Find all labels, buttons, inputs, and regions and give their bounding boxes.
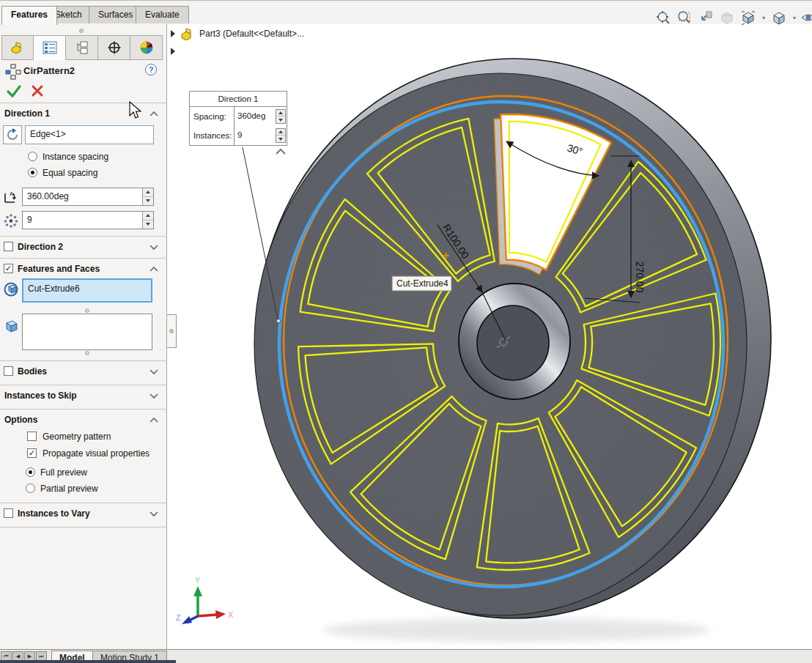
pattern-axis-selector-button[interactable] bbox=[3, 125, 22, 144]
list-resize-handle[interactable] bbox=[85, 308, 89, 313]
tab-evaluate[interactable]: Evaluate bbox=[136, 6, 189, 23]
callout-instances-label: Instances: bbox=[193, 131, 232, 140]
bodies-checkbox[interactable] bbox=[4, 366, 13, 376]
callout-instances-spinner[interactable] bbox=[276, 128, 286, 143]
configuration-manager-tab[interactable] bbox=[66, 35, 98, 60]
rotation-axis-icon bbox=[5, 127, 20, 142]
window-edge bbox=[0, 660, 176, 663]
graphics-viewport[interactable]: Part3 (Default<<Default>... bbox=[168, 24, 812, 653]
circular-pattern-icon bbox=[4, 63, 22, 81]
axis-selection-field[interactable]: Edge<1> bbox=[25, 125, 154, 144]
geometry-pattern-checkbox[interactable] bbox=[27, 431, 37, 441]
group-instances-to-vary[interactable]: Instances to Vary bbox=[0, 506, 167, 522]
feature-list-item[interactable]: Cut-Extrude6 bbox=[28, 284, 80, 294]
hide-show-items-icon[interactable] bbox=[800, 8, 812, 27]
features-faces-checkbox[interactable] bbox=[4, 264, 13, 273]
triad-y-label: Y bbox=[195, 576, 201, 585]
svg-text:Cut-Extrude4: Cut-Extrude4 bbox=[396, 278, 449, 289]
display-sphere-icon bbox=[139, 41, 154, 54]
part-icon bbox=[10, 41, 25, 54]
group-options[interactable]: Options bbox=[0, 412, 167, 428]
triad-x-label: X bbox=[228, 610, 234, 619]
equal-spacing-radio[interactable] bbox=[28, 168, 37, 177]
callout-spacing-label: Spacing: bbox=[193, 112, 226, 121]
chevron-down-icon bbox=[150, 369, 158, 375]
callout-anchor-dot bbox=[276, 319, 280, 322]
group-direction2[interactable]: Direction 2 bbox=[0, 240, 167, 255]
group-bodies[interactable]: Bodies bbox=[0, 364, 167, 379]
view-orientation-dropdown[interactable]: ▾ bbox=[760, 8, 767, 27]
dimxpert-manager-tab[interactable] bbox=[98, 35, 130, 60]
previous-view-icon[interactable] bbox=[696, 8, 715, 27]
property-manager-title: CirPattern2 bbox=[23, 65, 75, 76]
mouse-cursor bbox=[129, 101, 142, 120]
tab-surfaces[interactable]: Surfaces bbox=[89, 6, 142, 23]
instance-count-icon bbox=[2, 212, 20, 229]
propagate-visual-properties-checkbox[interactable] bbox=[27, 448, 37, 458]
view-orientation-icon[interactable] bbox=[739, 8, 758, 27]
feature-tooltip: Cut-Extrude4 bbox=[392, 276, 451, 291]
chevron-up-icon bbox=[150, 111, 158, 117]
group-features-faces[interactable]: Features and Faces bbox=[0, 262, 167, 277]
count-down-button[interactable] bbox=[143, 221, 153, 229]
features-to-pattern-list[interactable]: Cut-Extrude6 bbox=[22, 278, 152, 303]
callout-spacing-value[interactable]: 360deg bbox=[237, 111, 265, 120]
angle-icon: A bbox=[2, 188, 20, 206]
display-manager-tab[interactable] bbox=[130, 35, 163, 60]
count-up-button[interactable] bbox=[143, 212, 153, 221]
chevron-up-icon bbox=[150, 267, 158, 273]
cancel-button[interactable] bbox=[29, 83, 45, 99]
faces-to-pattern-icon bbox=[3, 317, 21, 335]
manager-tab-bar bbox=[1, 35, 166, 60]
zoom-to-fit-icon[interactable] bbox=[654, 8, 673, 27]
partial-preview-radio[interactable] bbox=[26, 484, 35, 493]
property-list-icon bbox=[43, 41, 57, 54]
instance-spacing-radio[interactable] bbox=[28, 152, 37, 161]
wheel-shadow bbox=[322, 618, 711, 642]
property-manager-tab[interactable] bbox=[34, 35, 66, 60]
display-style-icon[interactable] bbox=[769, 8, 789, 27]
ok-button[interactable] bbox=[6, 83, 22, 99]
features-to-pattern-icon bbox=[3, 281, 21, 298]
svg-text:A: A bbox=[10, 190, 14, 197]
tab-features[interactable]: Features bbox=[1, 6, 57, 25]
callout-instances-value[interactable]: 9 bbox=[237, 130, 242, 139]
heads-up-view-toolbar: ▾ ▾ bbox=[654, 7, 812, 28]
list-resize-handle[interactable] bbox=[85, 351, 89, 355]
triad-z-label: Z bbox=[176, 613, 181, 622]
linear-dimension-text[interactable]: 270.00 bbox=[634, 262, 646, 293]
chevron-down-icon bbox=[150, 245, 158, 251]
feature-manager-tab[interactable] bbox=[1, 35, 34, 60]
angle-up-button[interactable] bbox=[143, 188, 153, 197]
full-preview-radio[interactable] bbox=[26, 467, 35, 477]
configuration-icon bbox=[75, 41, 89, 54]
help-button[interactable]: ? bbox=[145, 64, 157, 75]
callout-spacing-spinner[interactable] bbox=[276, 109, 286, 124]
panel-resize-handle[interactable] bbox=[79, 29, 84, 33]
reference-triad: Y X Z bbox=[176, 576, 234, 624]
angle-down-button[interactable] bbox=[143, 197, 153, 206]
faces-to-pattern-list[interactable] bbox=[22, 314, 152, 350]
instance-count-spinner[interactable]: 9 bbox=[22, 211, 154, 229]
panel-splitter[interactable] bbox=[167, 314, 177, 348]
hub-bore[interactable] bbox=[477, 305, 549, 380]
group-instances-to-skip[interactable]: Instances to Skip bbox=[0, 388, 167, 404]
chevron-up-icon bbox=[150, 418, 158, 423]
callout-collapse-chevron[interactable] bbox=[275, 148, 287, 155]
chevron-down-icon bbox=[150, 393, 158, 399]
pattern-callout[interactable]: Direction 1 Spacing: 360deg Instances: 9 bbox=[189, 91, 287, 146]
callout-title: Direction 1 bbox=[190, 92, 287, 107]
section-view-icon[interactable] bbox=[717, 8, 737, 27]
direction2-checkbox[interactable] bbox=[4, 242, 13, 251]
chevron-down-icon bbox=[150, 511, 158, 517]
zoom-to-area-icon[interactable] bbox=[675, 8, 694, 27]
target-icon bbox=[107, 41, 122, 54]
angle-spinner[interactable]: 360.00deg bbox=[22, 188, 154, 206]
display-style-dropdown[interactable]: ▾ bbox=[791, 8, 798, 27]
instances-to-vary-checkbox[interactable] bbox=[4, 508, 13, 518]
